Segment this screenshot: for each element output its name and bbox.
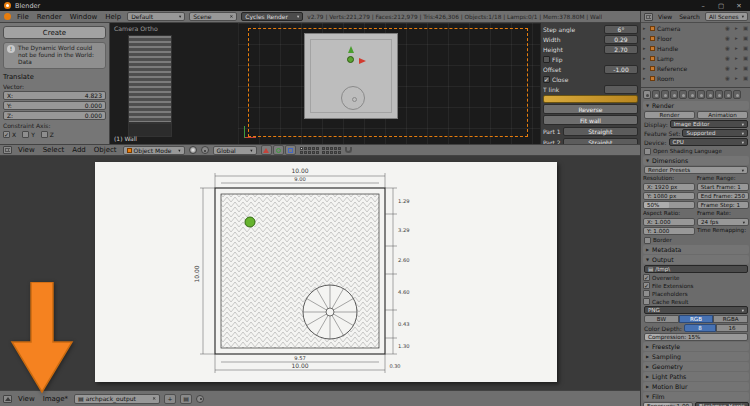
expand-icon[interactable]: ▸ — [643, 55, 648, 61]
channel-option[interactable]: BW — [644, 315, 679, 323]
view3d-menu-item[interactable]: Object — [92, 146, 119, 154]
info-menu-item[interactable]: Help — [103, 13, 123, 21]
expand-icon[interactable]: ▸ — [643, 45, 648, 51]
panel-header-render[interactable]: Render — [643, 101, 749, 110]
constraint-axis-checkbox[interactable]: Y — [22, 131, 35, 138]
scene-select[interactable]: Scene✕ — [189, 12, 237, 21]
tlink-field[interactable] — [604, 85, 638, 94]
border-checkbox[interactable]: Border — [644, 237, 748, 244]
visibility-icon[interactable]: ◉ — [724, 65, 731, 71]
outliner-item[interactable]: ▸ Lamp ◉ ▸ ▣ — [641, 53, 750, 63]
pixel-filter-select[interactable]: Blackman-Harris — [695, 402, 749, 406]
fit-wall-button[interactable]: Fit wall — [543, 115, 638, 125]
tab-physics[interactable] — [733, 90, 741, 99]
scale-manipulator-icon[interactable] — [285, 145, 296, 155]
collapsed-panel-header[interactable]: Geometry — [643, 362, 749, 371]
manipulator-y-arrow[interactable] — [348, 46, 354, 53]
layers-widget[interactable] — [300, 147, 341, 154]
selectability-icon[interactable]: ▸ — [733, 25, 740, 31]
tab-material[interactable] — [715, 90, 723, 99]
viewport-shading-icon[interactable] — [189, 146, 197, 154]
expand-icon[interactable]: ▸ — [643, 65, 648, 71]
aspect-x-field[interactable]: X: 1.000 — [643, 218, 695, 226]
color-swatch[interactable] — [543, 95, 638, 103]
outliner-item[interactable]: ▸ Camera ◉ ▸ ▣ — [641, 23, 750, 33]
resolution-percent-slider[interactable]: 50% — [643, 201, 695, 209]
channel-option[interactable]: RGBA — [713, 315, 748, 323]
tab-constraints[interactable] — [688, 90, 696, 99]
editor-type-icon[interactable] — [3, 395, 12, 403]
editor-type-icon[interactable] — [644, 13, 653, 21]
panel-header-metadata[interactable]: Metadata — [643, 245, 749, 254]
render-visibility-icon[interactable]: ▣ — [742, 45, 749, 51]
unlink-icon[interactable]: ✕ — [229, 14, 233, 19]
tab-scene[interactable] — [661, 90, 669, 99]
maximize-button[interactable]: ▢ — [714, 2, 728, 10]
visibility-icon[interactable]: ◉ — [724, 25, 731, 31]
device-select[interactable]: CPU▾ — [669, 138, 748, 146]
create-button[interactable]: Create — [3, 26, 106, 39]
panel-header-dimensions[interactable]: Dimensions — [643, 156, 749, 165]
selectability-icon[interactable]: ▸ — [733, 55, 740, 61]
height-field[interactable]: 2.70 — [604, 45, 638, 54]
tab-render[interactable] — [643, 90, 651, 99]
visibility-icon[interactable]: ◉ — [724, 45, 731, 51]
vector-field[interactable]: Y:0.000 — [3, 101, 106, 110]
tab-modifiers[interactable] — [697, 90, 705, 99]
new-image-button[interactable]: + — [164, 394, 176, 404]
vector-field[interactable]: Z:0.000 — [3, 111, 106, 120]
output-option-checkbox[interactable]: File Extensions — [643, 282, 749, 289]
visibility-icon[interactable]: ◉ — [724, 55, 731, 61]
frame-rate-select[interactable]: 24 fps▾ — [697, 218, 749, 226]
tab-world[interactable] — [670, 90, 678, 99]
info-menu-item[interactable]: File — [15, 13, 31, 21]
view3d-menu-item[interactable]: View — [16, 146, 37, 154]
panel-header-output[interactable]: Output — [643, 255, 749, 264]
tab-object[interactable] — [679, 90, 687, 99]
exposure-slider[interactable]: Exposure: 1.00 — [643, 402, 693, 406]
outliner-item[interactable]: ▸ Room ◉ ▸ ▣ — [641, 73, 750, 83]
editor-type-icon[interactable] — [3, 146, 12, 154]
visibility-icon[interactable]: ◉ — [724, 75, 731, 81]
unlink-icon[interactable]: ✕ — [152, 396, 156, 401]
transform-orientation-select[interactable]: Global ▾ — [213, 146, 257, 155]
image-menu-item[interactable]: Image* — [41, 395, 70, 403]
render-visibility-icon[interactable]: ▣ — [742, 55, 749, 61]
feature-set-select[interactable]: Supported▾ — [682, 129, 748, 137]
rotate-manipulator-icon[interactable] — [273, 145, 284, 155]
compression-slider[interactable]: Compression: 15% — [644, 333, 748, 341]
manipulator-x-arrow[interactable] — [359, 58, 366, 64]
vector-field[interactable]: X:4.823 — [3, 91, 106, 100]
info-menu-item[interactable]: Window — [68, 13, 100, 21]
mode-select[interactable]: Object Mode ▾ — [123, 146, 185, 155]
animation-button[interactable]: Animation — [697, 111, 748, 119]
constraint-axis-checkbox[interactable]: X — [3, 131, 16, 138]
tab-render-layers[interactable] — [652, 90, 660, 99]
close-checkbox[interactable] — [543, 76, 550, 83]
offset-field[interactable]: -1.00 — [604, 65, 638, 74]
output-option-checkbox[interactable]: Placeholders — [643, 290, 749, 297]
file-format-select[interactable]: PNG▾ — [644, 306, 748, 314]
outliner-search-menu[interactable]: Search — [677, 13, 702, 20]
selectability-icon[interactable]: ▸ — [733, 75, 740, 81]
outliner-view-menu[interactable]: View — [656, 13, 674, 20]
info-menu-item[interactable]: Render — [35, 13, 64, 21]
output-option-checkbox[interactable]: Cache Result — [643, 298, 749, 305]
visibility-icon[interactable]: ◉ — [724, 35, 731, 41]
collapsed-panel-header[interactable]: Motion Blur — [643, 382, 749, 391]
view3d-menu-item[interactable]: Add — [70, 146, 88, 154]
selectability-icon[interactable]: ▸ — [733, 45, 740, 51]
minimize-button[interactable]: – — [696, 2, 710, 10]
selectability-icon[interactable]: ▸ — [733, 65, 740, 71]
render-presets-select[interactable]: Render Presets▾ — [644, 166, 748, 174]
width-field[interactable]: 0.29 — [604, 35, 638, 44]
expand-icon[interactable]: ▸ — [643, 75, 648, 81]
image-menu-item[interactable]: View — [16, 395, 37, 403]
main-viewport[interactable] — [238, 23, 540, 144]
image-editor[interactable]: 10.00 9.00 10.00 9.57 10.00 0.30 1.29 3.… — [0, 156, 640, 390]
tab-data[interactable] — [706, 90, 714, 99]
frame-start-field[interactable]: Start Frame: 1 — [697, 183, 749, 191]
color-depth-option[interactable]: 8 — [684, 324, 716, 332]
collapsed-panel-header[interactable]: Sampling — [643, 352, 749, 361]
view3d-menu-item[interactable]: Select — [41, 146, 67, 154]
